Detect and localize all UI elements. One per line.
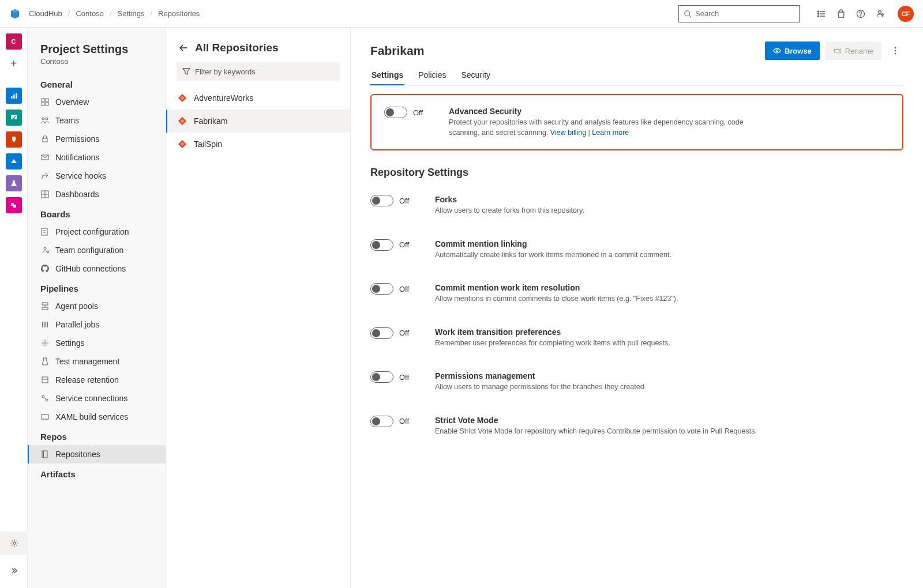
transition-toggle[interactable]: [370, 327, 393, 339]
nav-github[interactable]: GitHub connections: [28, 259, 166, 278]
svg-rect-25: [43, 138, 47, 142]
svg-rect-35: [42, 303, 48, 305]
svg-rect-14: [16, 93, 17, 99]
strict-vote-toggle[interactable]: [370, 416, 393, 427]
repo-item-fabrikam[interactable]: Fabrikam: [166, 110, 350, 133]
more-options-icon[interactable]: [887, 42, 903, 60]
svg-rect-42: [42, 377, 48, 383]
nav-notifications[interactable]: Notifications: [28, 148, 166, 167]
project-settings-panel: Project Settings Contoso General Overvie…: [28, 28, 166, 588]
repo-diamond-icon: [178, 93, 187, 103]
svg-point-7: [818, 16, 819, 17]
section-general: General: [28, 74, 166, 93]
rail-app-6-icon[interactable]: [6, 197, 22, 213]
learn-more-link[interactable]: Learn more: [592, 129, 629, 137]
svg-rect-21: [42, 103, 44, 105]
permissions-toggle[interactable]: [370, 371, 393, 383]
breadcrumb-org[interactable]: Contoso: [76, 9, 103, 18]
person-icon[interactable]: [876, 9, 885, 18]
nav-xaml[interactable]: XAML build services: [28, 408, 166, 426]
svg-line-1: [689, 15, 692, 17]
repo-settings-heading: Repository Settings: [370, 167, 903, 179]
svg-rect-36: [42, 307, 48, 310]
rename-button[interactable]: Rename: [826, 42, 881, 60]
nav-dashboards[interactable]: Dashboards: [28, 185, 166, 203]
avatar[interactable]: CF: [898, 6, 914, 22]
commit-resolution-toggle[interactable]: [370, 283, 393, 295]
svg-point-10: [879, 10, 881, 13]
tab-settings[interactable]: Settings: [370, 66, 404, 85]
view-billing-link[interactable]: View billing: [550, 129, 586, 137]
nav-team-config[interactable]: Team configuration: [28, 241, 166, 259]
setting-commit-mention-resolution: Off Commit mention work item resolutionA…: [370, 272, 903, 316]
section-pipelines: Pipelines: [28, 278, 166, 297]
rail-app-1-icon[interactable]: [6, 88, 22, 104]
rail-settings-icon[interactable]: [0, 532, 28, 555]
nav-release-retention[interactable]: Release retention: [28, 371, 166, 389]
setting-forks: Off ForksAllow users to create forks fro…: [370, 183, 903, 228]
repos-panel: All Repositories Filter by keywords Adve…: [166, 28, 351, 588]
tab-policies[interactable]: Policies: [417, 66, 447, 85]
breadcrumb-section[interactable]: Settings: [118, 9, 145, 18]
main-panel: Fabrikam Browse Rename Settings Policies…: [351, 28, 923, 588]
topbar: CloudHub / Contoso / Settings / Reposito…: [0, 0, 923, 28]
repo-item-adventureworks[interactable]: AdventureWorks: [166, 86, 350, 110]
project-name: Contoso: [28, 56, 166, 74]
nav-pipeline-settings[interactable]: Settings: [28, 334, 166, 352]
rail-add-icon[interactable]: +: [6, 55, 22, 71]
repos-title: All Repositories: [195, 42, 279, 54]
nav-project-config[interactable]: Project configuration: [28, 223, 166, 241]
back-arrow-icon[interactable]: [179, 43, 188, 52]
breadcrumbs: CloudHub / Contoso / Settings / Reposito…: [29, 9, 200, 18]
repo-item-tailspin[interactable]: TailSpin: [166, 133, 350, 156]
search-icon: [684, 10, 692, 18]
svg-point-34: [47, 251, 49, 253]
svg-rect-50: [42, 451, 47, 458]
svg-point-5: [818, 11, 819, 12]
search-box[interactable]: [678, 5, 800, 22]
svg-point-41: [44, 342, 46, 344]
advanced-security-toggle[interactable]: [384, 107, 407, 118]
commit-mention-toggle[interactable]: [370, 239, 393, 251]
setting-work-item-transition: Off Work item transition preferencesReme…: [370, 316, 903, 360]
nav-rail: C +: [0, 28, 28, 588]
svg-rect-17: [13, 205, 16, 208]
svg-rect-12: [11, 96, 13, 99]
rail-app-3-icon[interactable]: [6, 131, 22, 148]
search-input[interactable]: [695, 9, 794, 18]
nav-agent-pools[interactable]: Agent pools: [28, 297, 166, 315]
filter-icon: [182, 67, 190, 76]
nav-repositories[interactable]: Repositories: [28, 445, 166, 463]
nav-service-connections[interactable]: Service connections: [28, 389, 166, 408]
browse-button[interactable]: Browse: [765, 42, 820, 60]
nav-parallel-jobs[interactable]: Parallel jobs: [28, 315, 166, 334]
forks-toggle[interactable]: [370, 195, 393, 206]
rail-app-4-icon[interactable]: [6, 153, 22, 169]
rail-app-5-icon[interactable]: [6, 175, 22, 191]
svg-point-44: [42, 395, 44, 398]
nav-test-mgmt[interactable]: Test management: [28, 352, 166, 371]
nav-permissions[interactable]: Permissions: [28, 130, 166, 148]
svg-point-56: [895, 47, 896, 49]
svg-point-24: [46, 118, 48, 120]
shopping-icon[interactable]: [836, 9, 846, 18]
help-icon[interactable]: [856, 9, 865, 18]
rail-project-icon[interactable]: C: [6, 33, 22, 50]
svg-point-58: [895, 53, 896, 55]
nav-teams[interactable]: Teams: [28, 111, 166, 130]
breadcrumb-product[interactable]: CloudHub: [29, 9, 62, 18]
product-logo-icon[interactable]: [9, 8, 21, 20]
setting-strict-vote: Off Strict Vote ModeEnable Strict Vote M…: [370, 404, 903, 448]
breadcrumb-page[interactable]: Repositories: [158, 9, 200, 18]
nav-overview[interactable]: Overview: [28, 93, 166, 111]
section-repos: Repos: [28, 426, 166, 445]
repos-filter[interactable]: Filter by keywords: [177, 62, 340, 81]
svg-point-9: [860, 15, 861, 16]
rail-expand-icon[interactable]: [0, 559, 28, 582]
svg-rect-20: [46, 99, 48, 101]
tab-security[interactable]: Security: [460, 66, 491, 85]
rail-app-2-icon[interactable]: [6, 110, 22, 126]
list-icon[interactable]: [817, 9, 826, 18]
nav-service-hooks[interactable]: Service hooks: [28, 167, 166, 185]
repo-diamond-icon: [178, 116, 187, 126]
